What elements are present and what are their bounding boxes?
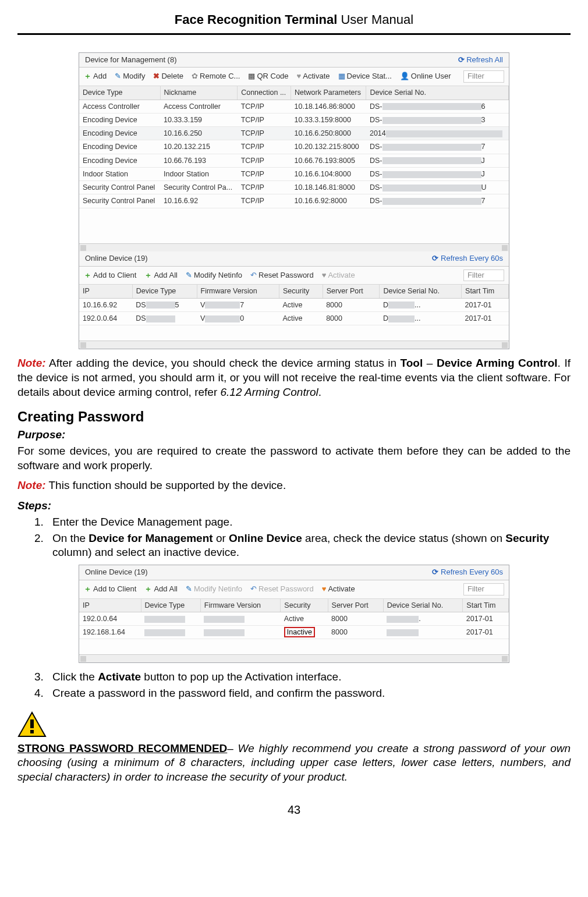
step-4: Create a password in the password field,…: [47, 686, 571, 701]
cell-firmware: V7: [197, 298, 279, 311]
cell-device-type: DS5: [132, 298, 197, 311]
header-light: User Manual: [337, 12, 413, 27]
table-row[interactable]: Encoding Device10.66.76.193TCP/IP10.66.7…: [79, 154, 509, 167]
table-row[interactable]: 192.0.0.64DSV0Active8000D...2017-01: [79, 311, 509, 325]
device-table: Device Type Nickname Connection ... Netw…: [79, 86, 509, 208]
panel-title: Device for Management (8): [85, 55, 177, 65]
device-management-window: Device for Management (8) Refresh All ＋A…: [79, 52, 509, 350]
purpose-label: Purpose:: [17, 428, 571, 442]
col-security[interactable]: Security: [281, 599, 328, 612]
col-serial[interactable]: Device Serial No.: [380, 285, 462, 298]
filter-input-lower[interactable]: Filter: [463, 270, 504, 282]
cell-device-type: [141, 626, 200, 639]
modify-button[interactable]: ✎Modify: [115, 72, 145, 81]
cell-serial: D...: [380, 311, 462, 325]
svg-rect-2: [30, 730, 34, 733]
col-ip[interactable]: IP: [79, 599, 141, 612]
col-ip[interactable]: IP: [79, 285, 132, 298]
table-row[interactable]: Indoor StationIndoor StationTCP/IP10.16.…: [79, 167, 509, 180]
cell-ip: 192.168.1.64: [79, 626, 141, 639]
table-row[interactable]: 192.168.1.64Inactive80002017-01: [79, 626, 509, 639]
note-label: Note:: [17, 479, 46, 491]
col-start-time[interactable]: Start Tim: [463, 599, 509, 612]
table-row[interactable]: Encoding Device10.16.6.250TCP/IP10.16.6.…: [79, 127, 509, 140]
col-device-type[interactable]: Device Type: [141, 599, 200, 612]
refresh-60s-button[interactable]: Refresh Every 60s: [432, 568, 503, 577]
table-row[interactable]: Access ControllerAccess ControllerTCP/IP…: [79, 100, 509, 113]
table-row[interactable]: Encoding Device10.20.132.215TCP/IP10.20.…: [79, 140, 509, 154]
col-nickname[interactable]: Nickname: [160, 86, 238, 100]
horizontal-scrollbar[interactable]: [79, 654, 509, 662]
cell-network: 10.18.146.86:8000: [291, 100, 366, 113]
toolbar-upper: ＋Add ✎Modify ✖Delete ✿Remote C... ▩QR Co…: [79, 68, 509, 86]
cell-connection: TCP/IP: [238, 154, 291, 167]
add-button[interactable]: ＋Add: [84, 72, 107, 81]
col-security[interactable]: Security: [279, 285, 323, 298]
table-row[interactable]: 10.16.6.92DS5V7Active8000D...2017-01: [79, 298, 509, 311]
col-network[interactable]: Network Parameters: [291, 86, 366, 100]
reset-password-button[interactable]: ↶Reset Password: [250, 271, 314, 281]
col-serial[interactable]: Device Serial No.: [366, 86, 509, 100]
activate-button-disabled: ♥Activate: [322, 271, 355, 281]
online-user-button[interactable]: 👤Online User: [400, 72, 451, 81]
cell-start: 2017-01: [462, 311, 509, 325]
cell-device-type: Encoding Device: [79, 113, 160, 126]
col-device-type[interactable]: Device Type: [132, 285, 197, 298]
cell-serial: DS-3: [366, 113, 509, 126]
cell-nickname: Access Controller: [160, 100, 238, 113]
filter-input[interactable]: Filter: [463, 70, 504, 83]
device-status-button[interactable]: ▦Device Stat...: [338, 72, 392, 81]
cell-serial: DS-J: [366, 154, 509, 167]
col-server-port[interactable]: Server Port: [328, 599, 383, 612]
cell-nickname: 10.16.6.92: [160, 194, 238, 208]
horizontal-scrollbar[interactable]: [79, 341, 509, 349]
cell-connection: TCP/IP: [238, 167, 291, 180]
screenshot-2-container: Online Device (19) Refresh Every 60s ＋Ad…: [17, 565, 571, 664]
col-serial[interactable]: Device Serial No.: [383, 599, 463, 612]
col-connection[interactable]: Connection ...: [238, 86, 291, 100]
activate-button-enabled[interactable]: ♥Activate: [322, 584, 355, 594]
refresh-all-button[interactable]: Refresh All: [458, 55, 504, 65]
horizontal-scrollbar[interactable]: [79, 243, 509, 251]
col-device-type[interactable]: Device Type: [79, 86, 160, 100]
add-to-client-button[interactable]: ＋Add to Client: [84, 271, 136, 281]
empty-area: [79, 208, 509, 243]
col-firmware[interactable]: Firmware Version: [200, 599, 281, 612]
steps-label: Steps:: [17, 499, 571, 513]
cell-device-type: Encoding Device: [79, 154, 160, 167]
plus-icon: ＋: [84, 584, 91, 594]
col-start-time[interactable]: Start Tim: [462, 285, 509, 298]
step-1: Enter the Device Management page.: [47, 515, 571, 530]
cell-port: 8000: [323, 311, 380, 325]
remote-config-button[interactable]: ✿Remote C...: [192, 72, 240, 81]
empty-area: [79, 325, 509, 341]
toolbar-s2: ＋Add to Client ＋Add All ✎Modify Netinfo …: [79, 580, 509, 599]
col-server-port[interactable]: Server Port: [323, 285, 380, 298]
activate-button[interactable]: ♥Activate: [297, 72, 330, 81]
modify-netinfo-button[interactable]: ✎Modify Netinfo: [186, 271, 242, 281]
cell-security: Active: [279, 298, 323, 311]
cell-nickname: 10.16.6.250: [160, 127, 238, 140]
activate-icon: ♥: [322, 584, 327, 594]
refresh-60s-button[interactable]: Refresh Every 60s: [432, 254, 503, 264]
header-bold: Face Recognition Terminal: [175, 12, 338, 27]
cell-port: 8000: [323, 298, 380, 311]
add-all-button[interactable]: ＋Add All: [144, 584, 177, 594]
cell-port: 8000: [328, 612, 383, 625]
col-firmware[interactable]: Firmware Version: [197, 285, 279, 298]
table-row[interactable]: Security Control PanelSecurity Control P…: [79, 181, 509, 194]
cell-firmware: [200, 612, 281, 625]
page-header: Face Recognition Terminal User Manual: [17, 12, 571, 35]
step-3: Click the Activate button to pop up the …: [47, 670, 571, 685]
qr-code-button[interactable]: ▩QR Code: [248, 72, 288, 81]
table-row[interactable]: 192.0.0.64Active8000.2017-01: [79, 612, 509, 625]
delete-button[interactable]: ✖Delete: [153, 72, 183, 81]
filter-input-s2[interactable]: Filter: [463, 583, 504, 595]
cell-serial: D...: [380, 298, 462, 311]
add-to-client-button[interactable]: ＋Add to Client: [84, 584, 136, 594]
cell-connection: TCP/IP: [238, 181, 291, 194]
section-heading: Creating Password: [17, 407, 571, 426]
table-row[interactable]: Security Control Panel10.16.6.92TCP/IP10…: [79, 194, 509, 208]
add-all-button[interactable]: ＋Add All: [144, 271, 177, 281]
table-row[interactable]: Encoding Device10.33.3.159TCP/IP10.33.3.…: [79, 113, 509, 126]
